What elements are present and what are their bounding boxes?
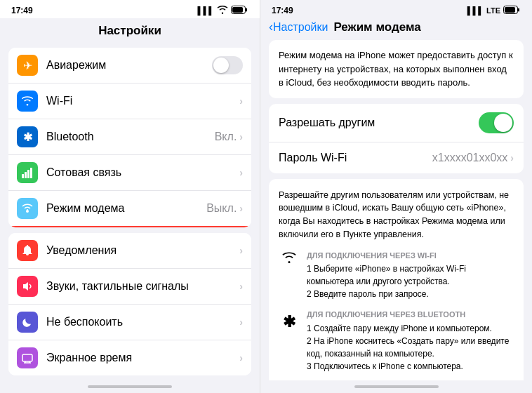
- row-allow-others[interactable]: Разрешать другим: [269, 104, 524, 142]
- allow-section: Разрешать другим Пароль Wi-Fi x1xxxx01xx…: [269, 104, 524, 173]
- icon-cellular: [17, 162, 38, 183]
- chevron-screentime: ›: [239, 352, 243, 364]
- svg-rect-9: [22, 354, 32, 361]
- connection-bluetooth: ✱ ДЛЯ ПОДКЛЮЧЕНИЯ ЧЕРЕЗ BLUETOOTH 1 Созд…: [279, 309, 514, 373]
- back-link[interactable]: Настройки: [273, 21, 328, 34]
- right-panel: 17:49 ▌▌▌ LTE ‹ Настройки Режим модема Р…: [260, 0, 532, 393]
- label-bluetooth: Bluetooth: [46, 131, 215, 143]
- row-dnd[interactable]: Не беспокоить ›: [8, 305, 251, 340]
- svg-rect-3: [22, 174, 24, 178]
- icon-airplane: ✈: [17, 55, 38, 76]
- label-screentime: Экранное время: [46, 352, 239, 364]
- battery-icon-right: [503, 6, 521, 15]
- status-bar-left: 17:49 ▌▌▌: [0, 0, 260, 18]
- info-text: Режим модема на iPhone может предоставит…: [279, 50, 513, 88]
- connection-bluetooth-steps: 1 Создайте пару между iPhone и компьютер…: [307, 322, 514, 373]
- toggle-airplane[interactable]: [212, 56, 243, 74]
- instructions-card: Разрешайте другим пользователям или устр…: [269, 179, 524, 381]
- chevron-notifications: ›: [239, 245, 243, 256]
- label-wifi-password: Пароль Wi-Fi: [279, 152, 432, 164]
- label-notifications: Уведомления: [46, 244, 239, 257]
- info-card: Режим модема на iPhone может предоставит…: [269, 40, 524, 98]
- chevron-sounds: ›: [239, 281, 243, 292]
- row-wifi-password[interactable]: Пароль Wi-Fi x1xxxx01xx0xx ›: [269, 142, 524, 173]
- connection-bluetooth-title: ДЛЯ ПОДКЛЮЧЕНИЯ ЧЕРЕЗ BLUETOOTH: [307, 309, 514, 321]
- svg-rect-5: [27, 170, 29, 178]
- label-wifi: Wi-Fi: [46, 95, 239, 107]
- chevron-wifi-password: ›: [510, 152, 514, 164]
- svg-rect-18: [518, 8, 519, 12]
- chevron-cellular: ›: [239, 167, 243, 178]
- page-title-left: Настройки: [0, 18, 260, 42]
- right-content: Режим модема на iPhone может предоставит…: [260, 40, 532, 380]
- icon-bluetooth: ✱: [17, 126, 38, 147]
- toggle-allow-others[interactable]: [479, 112, 514, 133]
- instructions-text: Разрешайте другим пользователям или устр…: [279, 189, 514, 241]
- time-left: 17:49: [11, 6, 33, 15]
- time-right: 17:49: [272, 6, 293, 15]
- right-page-title: Режим модема: [333, 20, 420, 34]
- connection-bluetooth-icon: ✱: [279, 309, 300, 330]
- icon-dnd: [17, 312, 38, 333]
- row-wifi[interactable]: Wi-Fi ›: [8, 84, 251, 119]
- home-indicator-right: [260, 380, 532, 393]
- wifi-icon: [217, 6, 228, 15]
- label-dnd: Не беспокоить: [46, 316, 239, 328]
- icon-wifi: [17, 91, 38, 112]
- label-airplane: Авиарежим: [46, 59, 212, 72]
- home-bar-right: [354, 385, 439, 388]
- right-nav: ‹ Настройки Режим модема: [260, 18, 532, 40]
- section-notifications: Уведомления › Звуки, тактильные сигналы …: [8, 233, 251, 375]
- left-panel: 17:49 ▌▌▌ Настройки: [0, 0, 260, 393]
- row-screentime[interactable]: Экранное время ›: [8, 340, 251, 375]
- chevron-dnd: ›: [239, 317, 243, 328]
- icon-hotspot: [17, 198, 38, 219]
- chevron-hotspot: ›: [239, 203, 243, 214]
- row-cellular[interactable]: Сотовая связь ›: [8, 155, 251, 191]
- home-indicator-left: [0, 380, 260, 393]
- svg-rect-6: [30, 168, 32, 178]
- row-sounds[interactable]: Звуки, тактильные сигналы ›: [8, 269, 251, 305]
- icon-notifications: [17, 240, 38, 261]
- connection-wifi-icon: [279, 250, 300, 271]
- connection-wifi-text: ДЛЯ ПОДКЛЮЧЕНИЯ ЧЕРЕЗ WI-FI 1 Выберите «…: [307, 250, 514, 301]
- icon-sounds: [17, 276, 38, 297]
- value-wifi-password: x1xxxx01xx0xx: [432, 152, 508, 164]
- status-bar-right: 17:49 ▌▌▌ LTE: [260, 0, 532, 18]
- label-hotspot: Режим модема: [46, 202, 206, 215]
- connection-bluetooth-text: ДЛЯ ПОДКЛЮЧЕНИЯ ЧЕРЕЗ BLUETOOTH 1 Создай…: [307, 309, 514, 373]
- battery-icon: [231, 6, 248, 15]
- status-icons-right: ▌▌▌ LTE: [467, 6, 521, 15]
- row-notifications[interactable]: Уведомления ›: [8, 233, 251, 269]
- connection-wifi: ДЛЯ ПОДКЛЮЧЕНИЯ ЧЕРЕЗ WI-FI 1 Выберите «…: [279, 250, 514, 301]
- chevron-bluetooth: ›: [239, 131, 243, 142]
- svg-rect-4: [25, 172, 27, 178]
- settings-list: ✈ Авиарежим Wi-Fi › ✱ Bluetoot: [0, 42, 260, 380]
- value-bluetooth: Вкл.: [215, 131, 237, 143]
- lte-signal-icon: ▌▌▌: [467, 6, 484, 15]
- status-icons-left: ▌▌▌: [198, 6, 248, 15]
- svg-rect-1: [246, 8, 247, 12]
- label-cellular: Сотовая связь: [46, 166, 239, 179]
- label-allow-others: Разрешать другим: [279, 116, 479, 129]
- row-bluetooth[interactable]: ✱ Bluetooth Вкл. ›: [8, 119, 251, 155]
- row-airplane[interactable]: ✈ Авиарежим: [8, 48, 251, 84]
- icon-screentime: [17, 347, 38, 368]
- connection-wifi-steps: 1 Выберите «iPhone» в настройках Wi-Fi к…: [307, 262, 514, 300]
- chevron-wifi: ›: [239, 95, 243, 107]
- home-bar-left: [88, 385, 172, 388]
- row-hotspot[interactable]: Режим модема Выкл. ›: [8, 191, 251, 227]
- value-hotspot: Выкл.: [206, 202, 237, 215]
- label-sounds: Звуки, тактильные сигналы: [46, 280, 239, 293]
- connection-wifi-title: ДЛЯ ПОДКЛЮЧЕНИЯ ЧЕРЕЗ WI-FI: [307, 250, 514, 262]
- lte-badge: LTE: [486, 6, 500, 15]
- svg-rect-2: [232, 7, 243, 13]
- section-network: ✈ Авиарежим Wi-Fi › ✱ Bluetoot: [8, 48, 251, 227]
- signal-icon: ▌▌▌: [198, 6, 214, 15]
- svg-rect-19: [505, 7, 515, 13]
